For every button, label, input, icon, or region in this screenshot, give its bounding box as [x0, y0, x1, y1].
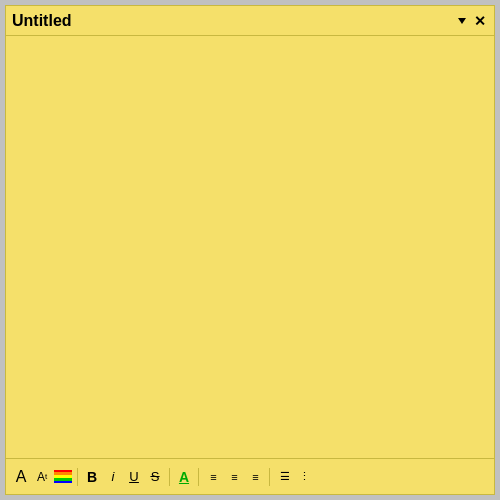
toolbar-divider-1 [77, 468, 78, 486]
italic-icon: i [112, 469, 115, 484]
align-left-icon: ≡ [210, 471, 215, 483]
color-palette-icon [54, 470, 72, 484]
font-color-icon: A [179, 469, 189, 485]
toolbar-divider-2 [169, 468, 170, 486]
strikethrough-button[interactable]: S [146, 468, 164, 485]
close-button[interactable]: ✕ [472, 13, 488, 29]
align-center-icon: ≡ [231, 471, 236, 483]
close-icon: ✕ [474, 14, 486, 28]
align-center-button[interactable]: ≡ [225, 470, 243, 484]
dropdown-button[interactable] [454, 13, 470, 29]
underline-button[interactable]: U [125, 468, 143, 485]
underline-icon: U [129, 469, 138, 484]
formatting-toolbar: A At B i U [6, 458, 494, 494]
title-controls: ✕ [454, 13, 488, 29]
more-options-button[interactable]: ⋮ [296, 469, 314, 484]
italic-button[interactable]: i [104, 468, 122, 485]
align-right-button[interactable]: ≡ [246, 470, 264, 484]
window-title: Untitled [12, 12, 72, 30]
align-left-button[interactable]: ≡ [204, 470, 222, 484]
more-options-icon: ⋮ [299, 470, 311, 483]
list-icon: ☰ [280, 470, 289, 483]
svg-marker-0 [458, 18, 466, 24]
font-large-icon: A [16, 468, 27, 486]
strikethrough-icon: S [151, 469, 160, 484]
font-small-icon: A [37, 470, 45, 484]
bold-button[interactable]: B [83, 468, 101, 486]
font-size-large-button[interactable]: A [12, 467, 30, 487]
superscript-indicator: t [45, 472, 47, 481]
list-button[interactable]: ☰ [275, 469, 293, 484]
color-palette-button[interactable] [54, 470, 72, 484]
font-color-button[interactable]: A [175, 468, 193, 486]
toolbar-divider-3 [198, 468, 199, 486]
toolbar-divider-4 [269, 468, 270, 486]
note-content-area [6, 36, 494, 458]
note-textarea[interactable] [12, 42, 488, 452]
align-right-icon: ≡ [252, 471, 257, 483]
title-bar: Untitled ✕ [6, 6, 494, 36]
note-window: Untitled ✕ A At [5, 5, 495, 495]
bold-icon: B [87, 469, 97, 485]
font-size-small-button[interactable]: At [33, 469, 51, 485]
